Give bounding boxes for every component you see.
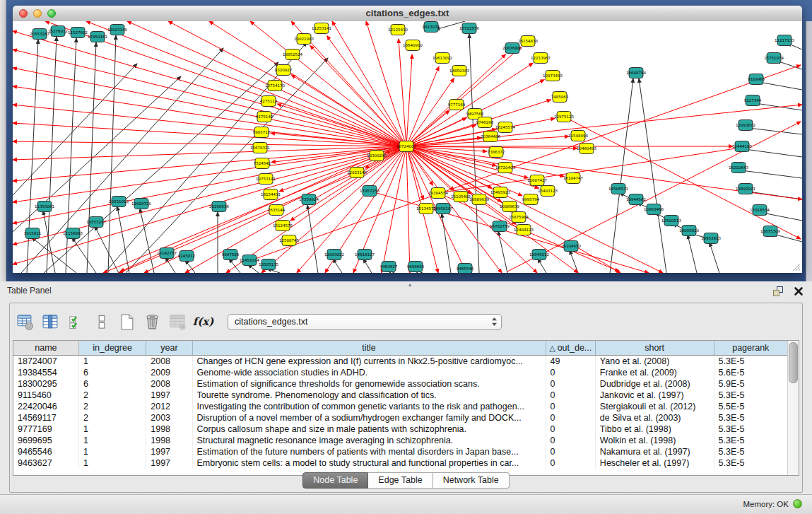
table-cell[interactable]: 18300295 xyxy=(13,378,78,390)
close-panel-icon[interactable] xyxy=(794,286,804,296)
table-cell[interactable]: Nakamura et al. (1997) xyxy=(595,446,714,457)
table-row[interactable]: 977716911998Corpus callosum shape and si… xyxy=(13,424,788,435)
table-scrollbar[interactable] xyxy=(787,341,799,475)
network-view-canvas[interactable]: 1872400718300295193845549777169949756897… xyxy=(13,21,802,273)
table-cell[interactable]: Investigating the contribution of common… xyxy=(192,401,546,412)
table-cell[interactable]: 9115460 xyxy=(13,390,78,401)
table-cell[interactable]: 14569117 xyxy=(13,412,78,424)
table-cell[interactable]: Genome-wide association studies in ADHD. xyxy=(192,367,546,378)
table-cell[interactable]: Corpus callosum shape and size in male p… xyxy=(192,424,546,435)
table-cell[interactable]: Yano et al. (2008) xyxy=(595,356,714,368)
table-cell[interactable]: 5.3E-5 xyxy=(714,424,787,435)
table-cell[interactable]: 9699695 xyxy=(13,435,78,446)
table-cell[interactable]: 2008 xyxy=(146,378,192,390)
table-row[interactable]: 1830029562008Estimation of significance … xyxy=(13,378,788,390)
table-cell[interactable]: Wolkin et al. (1998) xyxy=(595,435,714,446)
citation-network-graph[interactable]: 1872400718300295193845549777169949756897… xyxy=(13,21,802,273)
resize-grip-icon[interactable] xyxy=(791,262,801,271)
table-cell[interactable]: Estimation of the future numbers of pati… xyxy=(192,446,546,457)
table-cell[interactable]: 6 xyxy=(78,367,146,378)
table-cell[interactable]: 9465546 xyxy=(13,446,78,457)
table-cell[interactable]: Structural magnetic resonance image aver… xyxy=(192,435,546,446)
table-row[interactable]: 2242004622012Investigating the contribut… xyxy=(13,401,788,412)
table-cell[interactable]: Stergiakouli et al. (2012) xyxy=(595,401,714,412)
table-cell[interactable]: 22420046 xyxy=(13,401,78,412)
table-cell[interactable]: 5.3E-5 xyxy=(714,446,787,457)
new-document-icon[interactable] xyxy=(117,313,136,332)
table-cell[interactable]: 1 xyxy=(78,457,146,469)
table-row[interactable]: 1938455462009Genome-wide association stu… xyxy=(13,367,788,378)
table-cell[interactable]: 1997 xyxy=(146,457,192,469)
table-cell[interactable]: 1997 xyxy=(146,446,192,457)
table-cell[interactable]: 5.6E-5 xyxy=(714,367,787,378)
column-header-name[interactable]: name xyxy=(13,341,78,356)
table-cell[interactable]: 0 xyxy=(546,367,595,378)
table-cell[interactable]: 6 xyxy=(78,378,146,390)
table-cell[interactable]: 0 xyxy=(546,390,595,401)
table-cell[interactable]: 5.3E-5 xyxy=(714,435,787,446)
table-cell[interactable]: 9777169 xyxy=(13,424,78,435)
table-cell[interactable]: 5.3E-5 xyxy=(714,412,787,424)
column-visibility-icon[interactable] xyxy=(41,313,60,332)
table-cell[interactable]: 2 xyxy=(78,401,146,412)
function-builder-icon[interactable]: f(x) xyxy=(194,313,213,332)
table-cell[interactable]: Changes of HCN gene expression and I(f) … xyxy=(192,356,546,368)
table-cell[interactable]: 5.3E-5 xyxy=(714,356,787,368)
table-cell[interactable]: 5.5E-5 xyxy=(714,401,787,412)
table-cell[interactable]: 1998 xyxy=(146,424,192,435)
column-header-year[interactable]: year xyxy=(146,341,192,356)
row-selection-icon[interactable] xyxy=(66,313,86,332)
tab-node-table[interactable]: Node Table xyxy=(302,472,368,489)
table-cell[interactable]: 5.3E-5 xyxy=(714,390,787,401)
table-cell[interactable]: 0 xyxy=(546,435,595,446)
table-cell[interactable]: 1 xyxy=(78,446,146,457)
table-cell[interactable]: 0 xyxy=(546,412,595,424)
table-cell[interactable]: 2003 xyxy=(146,412,192,424)
table-cell[interactable]: 2008 xyxy=(146,356,192,368)
table-cell[interactable]: 19384554 xyxy=(13,367,78,378)
table-select-dropdown[interactable]: citations_edges.txt xyxy=(228,314,502,330)
column-header-title[interactable]: title xyxy=(192,341,546,356)
table-cell[interactable]: de Silva et al. (2003) xyxy=(595,412,714,424)
float-panel-icon[interactable] xyxy=(772,285,784,298)
network-window-titlebar[interactable]: citations_edges.txt xyxy=(13,6,802,22)
table-cell[interactable]: 5.3E-5 xyxy=(714,457,787,469)
column-header-in_degree[interactable]: in_degree xyxy=(78,341,146,356)
table-cell[interactable]: 49 xyxy=(546,356,595,368)
table-cell[interactable]: 0 xyxy=(546,446,595,457)
table-cell[interactable]: 0 xyxy=(546,457,595,469)
delete-icon[interactable] xyxy=(143,313,162,332)
table-cell[interactable]: Dudbridge et al. (2008) xyxy=(595,378,714,390)
table-cell[interactable]: Jankovic et al. (1997) xyxy=(595,390,714,401)
tab-network-table[interactable]: Network Table xyxy=(433,472,510,489)
table-row[interactable]: 911546021997Tourette syndrome. Phenomeno… xyxy=(13,390,788,401)
table-cell[interactable]: 1998 xyxy=(146,435,192,446)
column-header-short[interactable]: short xyxy=(595,341,714,356)
table-cell[interactable]: 9463627 xyxy=(13,457,78,469)
table-cell[interactable]: Tibbo et al. (1998) xyxy=(595,424,714,435)
table-scrollbar-thumb[interactable] xyxy=(789,342,798,383)
table-row[interactable]: 946362711997Embryonic stem cells: a mode… xyxy=(13,457,788,469)
column-header-out_de[interactable]: △out_de... xyxy=(546,341,595,356)
table-cell[interactable]: Disruption of a novel member of a sodium… xyxy=(192,412,546,424)
table-cell[interactable]: 0 xyxy=(546,378,595,390)
table-cell[interactable]: 1 xyxy=(78,435,146,446)
table-cell[interactable]: Franke et al. (2009) xyxy=(595,367,714,378)
table-cell[interactable]: Tourette syndrome. Phenomenology and cla… xyxy=(192,390,546,401)
column-header-pagerank[interactable]: pagerank xyxy=(714,341,787,356)
table-row[interactable]: 1872400712008Changes of HCN gene express… xyxy=(13,356,788,368)
memory-status-icon[interactable] xyxy=(793,499,802,508)
table-cell[interactable]: 0 xyxy=(546,401,595,412)
table-row[interactable]: 946554611997Estimation of the future num… xyxy=(13,446,788,457)
panel-divider-handle[interactable]: ▴ xyxy=(408,282,411,288)
table-cell[interactable]: 2009 xyxy=(146,367,192,378)
table-cell[interactable]: 18724007 xyxy=(13,356,78,368)
table-cell[interactable]: 1 xyxy=(78,424,146,435)
table-cell[interactable]: 5.9E-5 xyxy=(714,378,787,390)
table-cell[interactable]: Hescheler et al. (1997) xyxy=(595,457,714,469)
table-options-icon[interactable] xyxy=(16,313,35,332)
table-cell[interactable]: 0 xyxy=(546,424,595,435)
table-cell[interactable]: Embryonic stem cells: a model to study s… xyxy=(192,457,546,469)
table-cell[interactable]: 2 xyxy=(78,390,146,401)
table-row[interactable]: 969969511998Structural magnetic resonanc… xyxy=(13,435,788,446)
